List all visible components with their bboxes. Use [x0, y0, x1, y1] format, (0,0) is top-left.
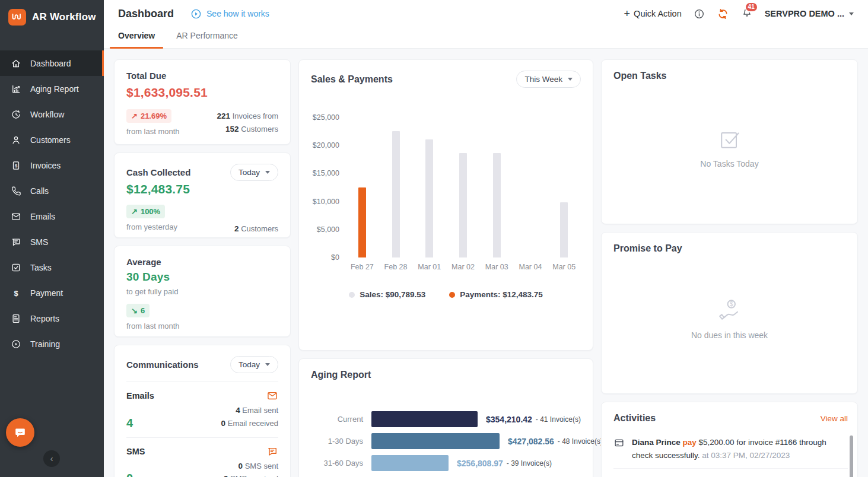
communications-title: Communications [126, 360, 199, 370]
reports-icon [11, 313, 21, 324]
sidebar-item-label: Dashboard [30, 59, 71, 68]
legend-dot-payments [449, 292, 455, 298]
aging-bar-1-30-days[interactable] [371, 433, 500, 449]
see-how-it-works-link[interactable]: See how it works [190, 8, 269, 20]
sidebar-item-reports[interactable]: Reports [0, 306, 104, 331]
aging-value: $256,808.97 [457, 459, 503, 468]
notification-badge: 41 [745, 2, 758, 12]
total-due-change-badge: ↗21.69% [126, 109, 171, 123]
legend-item-sales: Sales: $90,789.53 [349, 290, 425, 299]
sidebar-item-workflow[interactable]: Workflow [0, 101, 104, 127]
sales-bar[interactable] [392, 131, 400, 257]
x-tick-label: Mar 05 [547, 263, 581, 271]
svg-text:$: $ [729, 301, 733, 307]
sidebar-item-tasks[interactable]: Tasks [0, 255, 104, 280]
sidebar-item-emails[interactable]: Emails [0, 203, 104, 229]
sidebar-item-label: Workflow [30, 110, 64, 119]
communications-section-head: SMS [126, 446, 278, 457]
sidebar-item-sms[interactable]: SMS [0, 229, 104, 255]
sidebar-item-aging-report[interactable]: Aging Report [0, 76, 104, 101]
sidebar-item-calls[interactable]: Calls [0, 178, 104, 203]
aging-bar-current[interactable] [371, 411, 478, 427]
sidebar: AR Workflow DashboardAging ReportWorkflo… [0, 0, 104, 477]
activity-item[interactable]: Diana Prince pay $5,200.00 for invoice #… [613, 430, 848, 469]
cash-collected-value: $12,483.75 [126, 182, 278, 196]
sidebar-item-dashboard[interactable]: Dashboard [0, 50, 104, 76]
sales-payments-card: Sales & Payments This Week $25,000$20,00… [298, 59, 593, 351]
aging-invoice-count: - 41 Invoice(s) [536, 415, 581, 424]
info-icon[interactable] [694, 8, 705, 20]
aging-row-label: Current [311, 415, 363, 424]
sidebar-nav: DashboardAging ReportWorkflowCustomers$I… [0, 50, 104, 357]
y-tick-label: $25,000 [313, 113, 339, 122]
chart-bar-group-mar-04 [514, 117, 548, 257]
chat-widget-button[interactable] [6, 418, 34, 447]
communications-card: Communications Today Emails44 Email sent… [114, 345, 291, 477]
quick-action-button[interactable]: + Quick Action [624, 8, 682, 19]
sales-bar[interactable] [560, 202, 568, 257]
training-icon [11, 339, 21, 349]
sales-bar[interactable] [425, 139, 433, 257]
sidebar-item-customers[interactable]: Customers [0, 127, 104, 152]
sidebar-item-label: Payment [30, 288, 63, 298]
chart-bar-group-mar-05 [547, 117, 581, 257]
legend-label: Payments: $12,483.75 [460, 290, 543, 299]
y-tick-label: $0 [331, 253, 339, 262]
total-due-title: Total Due [126, 71, 278, 81]
chevron-down-icon [265, 171, 270, 174]
sidebar-item-label: Emails [30, 212, 55, 221]
sales-payments-chart: $25,000$20,000$15,000$10,000$5,000$0 [311, 117, 581, 257]
payments-bar[interactable] [358, 187, 366, 257]
activities-scrollbar[interactable] [850, 435, 853, 477]
payment-icon: $ [11, 288, 21, 298]
account-menu[interactable]: SERVPRO DEMO ... [765, 9, 854, 18]
sidebar-item-payment[interactable]: $Payment [0, 280, 104, 306]
aging-report-chart: Current$354,210.42- 41 Invoice(s)1-30 Da… [311, 411, 581, 471]
sidebar-collapse-button[interactable]: ‹ [43, 450, 60, 467]
aging-bar-31-60-days[interactable] [371, 455, 449, 471]
legend-label: Sales: $90,789.53 [360, 290, 425, 299]
header: Dashboard See how it works + Quick Actio… [104, 0, 868, 49]
aging-report-title: Aging Report [311, 370, 581, 380]
tab-overview[interactable]: Overview [118, 31, 155, 48]
x-tick-label: Mar 04 [514, 263, 548, 271]
page-title: Dashboard [118, 8, 174, 20]
sales-bar[interactable] [493, 153, 501, 257]
sales-payments-period-dropdown[interactable]: This Week [516, 71, 581, 88]
promise-to-pay-title: Promise to Pay [613, 243, 845, 254]
communications-count: 0 [126, 472, 133, 477]
sidebar-item-label: Aging Report [30, 84, 79, 94]
chart-bar-group-feb-28 [379, 117, 413, 257]
activity-item[interactable]: Harry Potter pay $1,718.75 for invoice #… [613, 469, 848, 477]
communications-section-body: 00 SMS sent0 SMS received [126, 460, 278, 477]
aging-row-1-30-days: 1-30 Days$427,082.56- 48 Invoice(s) [311, 433, 581, 449]
sales-bar[interactable] [459, 153, 467, 257]
hand-coin-icon: $ [717, 297, 743, 323]
average-title: Average [126, 257, 278, 267]
app-logo[interactable]: AR Workflow [0, 0, 104, 26]
activities-card: Activities View all Diana Prince pay $5,… [601, 402, 858, 477]
sidebar-item-training[interactable]: Training [0, 331, 104, 357]
trend-up-icon: ↗ [131, 112, 138, 120]
aging-invoice-count: - 39 Invoice(s) [507, 459, 552, 468]
activities-view-all-link[interactable]: View all [821, 414, 848, 423]
sms-icon [11, 237, 21, 247]
tab-ar-performance[interactable]: AR Performance [176, 31, 237, 48]
chart-plot-area [345, 117, 581, 257]
chart-bar-group-mar-01 [412, 117, 446, 257]
chevron-down-icon [265, 363, 270, 366]
aging-row-31-60-days: 31-60 Days$256,808.97- 39 Invoice(s) [311, 455, 581, 471]
sidebar-item-label: Training [30, 339, 60, 349]
sync-icon[interactable] [717, 8, 729, 20]
chart-bar-group-mar-02 [446, 117, 480, 257]
customers-icon [11, 135, 21, 145]
invoices-icon: $ [11, 160, 21, 171]
average-change-badge: ↘6 [126, 304, 150, 317]
cash-collected-period-dropdown[interactable]: Today [230, 164, 278, 181]
communications-period-dropdown[interactable]: Today [230, 356, 278, 373]
notifications-button[interactable]: 41 [741, 7, 753, 21]
y-tick-label: $10,000 [313, 198, 339, 206]
sidebar-item-invoices[interactable]: $Invoices [0, 152, 104, 178]
calls-icon [11, 186, 21, 196]
open-tasks-card: Open Tasks No Tasks Today [601, 59, 858, 224]
